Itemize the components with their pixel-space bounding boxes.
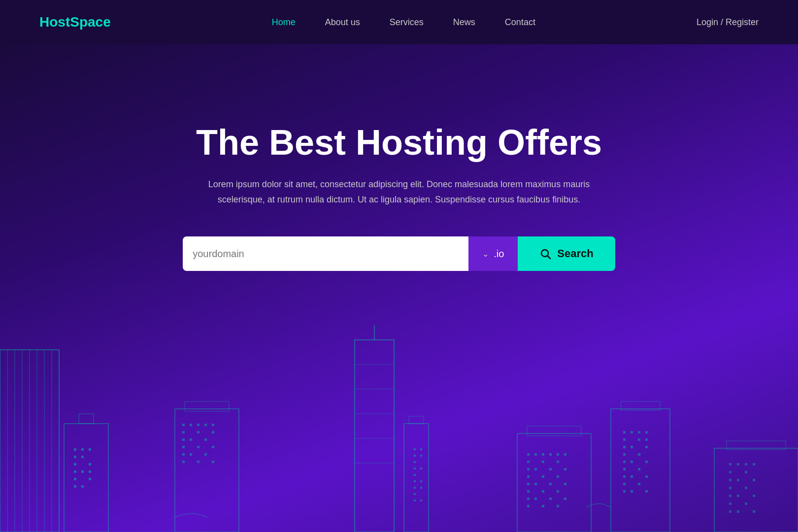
svg-rect-112 [645, 438, 648, 441]
svg-rect-15 [74, 456, 76, 458]
svg-rect-82 [557, 461, 559, 463]
city-illustration [0, 325, 798, 532]
svg-rect-144 [729, 495, 732, 497]
svg-rect-131 [714, 448, 798, 532]
hero-title: The Best Hosting Offers [196, 123, 602, 162]
logo-host: Host [39, 14, 70, 30]
svg-rect-124 [631, 475, 633, 478]
svg-rect-97 [527, 498, 530, 500]
svg-rect-75 [534, 453, 537, 456]
svg-rect-92 [549, 483, 552, 485]
svg-rect-106 [623, 431, 626, 433]
svg-rect-22 [74, 478, 76, 480]
svg-rect-148 [745, 502, 747, 505]
svg-rect-48 [355, 340, 394, 532]
nav-item-home[interactable]: Home [272, 17, 296, 28]
svg-rect-26 [175, 409, 239, 532]
svg-rect-12 [74, 448, 76, 451]
svg-rect-30 [197, 424, 200, 426]
svg-rect-45 [182, 461, 185, 463]
svg-rect-151 [753, 510, 755, 513]
svg-rect-34 [197, 431, 200, 433]
svg-rect-146 [753, 495, 755, 497]
nav-item-services[interactable]: Services [390, 17, 424, 28]
svg-rect-141 [753, 479, 755, 481]
svg-rect-13 [81, 448, 84, 451]
svg-rect-115 [645, 446, 648, 448]
nav-link-news[interactable]: News [453, 17, 475, 27]
svg-rect-77 [549, 453, 552, 456]
svg-rect-138 [745, 471, 747, 473]
svg-rect-140 [737, 479, 739, 481]
svg-rect-100 [564, 498, 566, 500]
svg-rect-125 [645, 475, 648, 478]
svg-rect-35 [212, 431, 214, 433]
svg-rect-79 [564, 453, 566, 456]
login-register-button[interactable]: Login / Register [697, 17, 759, 28]
svg-rect-109 [645, 431, 648, 433]
nav-link-contact[interactable]: Contact [505, 17, 535, 27]
nav-item-contact[interactable]: Contact [505, 17, 535, 28]
svg-rect-58 [420, 448, 422, 450]
svg-rect-44 [204, 453, 207, 456]
svg-rect-33 [182, 431, 185, 433]
svg-rect-14 [89, 448, 91, 451]
svg-rect-64 [414, 474, 416, 476]
svg-rect-113 [623, 446, 626, 448]
svg-rect-99 [549, 498, 552, 500]
nav-link-home[interactable]: Home [272, 17, 296, 27]
nav-link-about[interactable]: About us [325, 17, 360, 27]
svg-rect-10 [64, 424, 108, 532]
svg-rect-127 [638, 483, 640, 485]
svg-rect-114 [631, 446, 633, 448]
svg-rect-84 [534, 468, 537, 470]
svg-rect-102 [542, 505, 544, 507]
nav-link-services[interactable]: Services [390, 17, 424, 27]
svg-rect-57 [414, 448, 416, 450]
svg-rect-65 [420, 480, 422, 482]
svg-rect-91 [534, 483, 537, 485]
hero-section: The Best Hosting Offers Lorem ipsum dolo… [0, 44, 798, 532]
svg-rect-108 [638, 431, 640, 433]
svg-rect-98 [534, 498, 537, 500]
svg-rect-61 [414, 461, 416, 463]
svg-rect-39 [182, 446, 185, 448]
domain-search-input[interactable] [193, 248, 459, 260]
svg-rect-121 [623, 468, 626, 470]
search-button-label: Search [557, 247, 593, 260]
svg-rect-38 [204, 438, 207, 441]
svg-rect-143 [745, 487, 747, 489]
svg-rect-80 [527, 461, 530, 463]
svg-rect-36 [182, 438, 185, 441]
svg-rect-93 [564, 483, 566, 485]
svg-rect-17 [74, 463, 76, 466]
svg-rect-119 [631, 461, 633, 463]
svg-rect-89 [557, 475, 559, 478]
svg-rect-107 [631, 431, 633, 433]
svg-rect-67 [414, 487, 416, 489]
svg-rect-71 [420, 499, 422, 501]
svg-rect-32 [212, 424, 214, 426]
svg-rect-37 [190, 438, 192, 441]
svg-rect-110 [623, 438, 626, 441]
domain-extension-label: .io [494, 248, 504, 260]
domain-extension-selector[interactable]: ⌄ .io [468, 236, 518, 271]
svg-rect-59 [414, 455, 416, 457]
svg-rect-139 [729, 479, 732, 481]
svg-rect-73 [527, 426, 581, 436]
svg-rect-142 [729, 487, 732, 489]
nav-item-news[interactable]: News [453, 17, 475, 28]
svg-rect-129 [631, 490, 633, 493]
svg-rect-95 [542, 490, 544, 493]
search-button[interactable]: Search [518, 236, 615, 271]
svg-line-1 [548, 256, 551, 259]
svg-rect-46 [197, 461, 200, 463]
svg-rect-60 [420, 455, 422, 457]
svg-rect-90 [527, 483, 530, 485]
nav-item-about[interactable]: About us [325, 17, 360, 28]
svg-rect-147 [729, 502, 732, 505]
svg-rect-83 [527, 468, 530, 470]
svg-rect-122 [638, 468, 640, 470]
svg-rect-87 [527, 475, 530, 478]
search-input-wrapper [183, 236, 468, 271]
